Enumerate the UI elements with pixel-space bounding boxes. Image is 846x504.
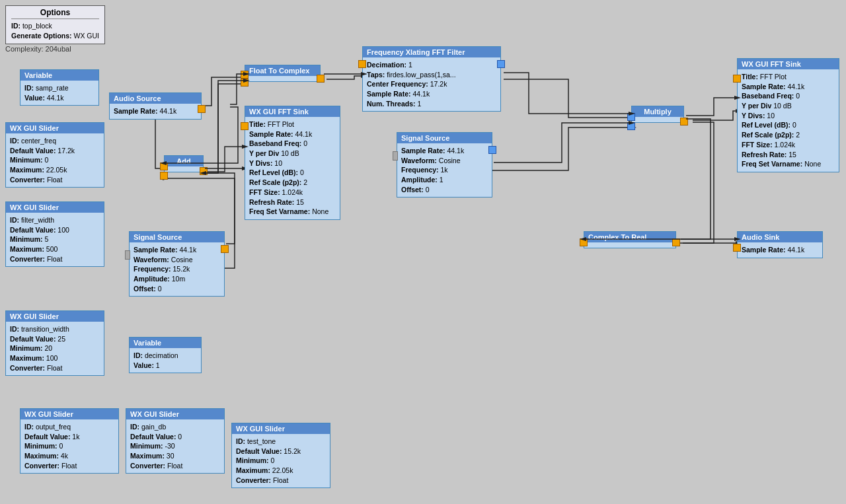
- freq-xlating-title: Frequency Xlating FFT Filter: [363, 47, 500, 57]
- audio-source-title: Audio Source: [110, 93, 201, 104]
- freq-xlating-fft-block: Frequency Xlating FFT Filter Decimation:…: [362, 46, 501, 112]
- wx-fft-sink-3-title: WX GUI FFT Sink: [738, 59, 839, 69]
- ss1-gray-port: [393, 151, 398, 161]
- signal-source-2-title: Signal Source: [130, 232, 224, 242]
- slider-test-tone-title: WX GUI Slider: [232, 423, 330, 434]
- options-title: Options: [11, 8, 99, 19]
- add-block: Add: [164, 155, 204, 172]
- options-id-row: ID: top_block: [11, 21, 99, 31]
- signal-source-2-block: Signal Source Sample Rate: 44.1k Wavefor…: [129, 231, 225, 297]
- multiply-title: Multiply: [632, 106, 683, 117]
- slider-filter-width-title: WX GUI Slider: [6, 202, 104, 213]
- wx-fft3-in-port: [733, 75, 741, 83]
- complexity-label: Complexity: 204ubal: [5, 45, 71, 53]
- multiply-in1-port: [627, 122, 635, 130]
- add-out-port: [200, 167, 208, 175]
- variable-decimation-block: Variable ID: decimation Value: 1: [129, 337, 202, 373]
- complex-to-real-block: Complex To Real: [584, 231, 676, 248]
- wx-fft-sink-2-title: WX GUI FFT Sink: [245, 106, 340, 117]
- options-gen-row: Generate Options: WX GUI: [11, 31, 99, 41]
- audio-sink-title: Audio Sink: [738, 232, 822, 242]
- wx-fft-sink-2-block: WX GUI FFT Sink Title: FFT Plot Sample R…: [245, 106, 340, 220]
- multiply-in0-port: [627, 113, 635, 121]
- slider-test-tone-block: WX GUI Slider ID: test_tone Default Valu…: [231, 423, 330, 488]
- ftc-in0-port: [241, 71, 249, 79]
- slider-gain-db-block: WX GUI Slider ID: gain_db Default Value:…: [126, 408, 225, 474]
- audio-sink-in-port: [733, 244, 741, 252]
- variable-samp-rate-title: Variable: [20, 70, 98, 81]
- fxf-in-port: [358, 60, 366, 68]
- audio-sink-block: Audio Sink Sample Rate: 44.1k: [737, 231, 823, 258]
- audio-source-block: Audio Source Sample Rate: 44.1k: [109, 92, 202, 120]
- variable-decimation-title: Variable: [130, 338, 201, 348]
- float-to-complex-title: Float To Complex: [245, 65, 320, 76]
- signal-source-1-title: Signal Source: [397, 133, 492, 143]
- ss1-out-port: [488, 146, 496, 154]
- slider-center-freq-title: WX GUI Slider: [6, 123, 104, 133]
- multiply-block: Multiply: [631, 106, 684, 123]
- add-in0-port: [160, 162, 168, 170]
- wx-fft-sink-3-block: WX GUI FFT Sink Title: FFT Plot Sample R…: [737, 58, 839, 172]
- slider-output-freq-title: WX GUI Slider: [20, 409, 118, 419]
- ss2-out-port: [221, 245, 229, 253]
- ftc-in1-port: [241, 79, 249, 87]
- slider-transition-width-block: WX GUI Slider ID: transition_width Defau…: [5, 310, 104, 376]
- slider-transition-width-title: WX GUI Slider: [6, 311, 104, 322]
- ss2-gray-port: [125, 250, 130, 260]
- add-in1-port: [160, 172, 168, 180]
- float-to-complex-block: Float To Complex: [245, 65, 321, 82]
- slider-gain-db-title: WX GUI Slider: [126, 409, 224, 419]
- ctr-out-port: [672, 238, 680, 246]
- slider-filter-width-block: WX GUI Slider ID: filter_width Default V…: [5, 201, 104, 267]
- wx-fft2-in-port: [241, 122, 249, 130]
- slider-output-freq-block: WX GUI Slider ID: output_freq Default Va…: [20, 408, 119, 474]
- add-title: Add: [165, 156, 203, 166]
- variable-samp-rate-block: Variable ID: samp_rate Value: 44.1k: [20, 69, 99, 106]
- audio-source-out-port: [198, 105, 206, 113]
- options-block: Options ID: top_block Generate Options: …: [5, 5, 105, 44]
- ftc-out-port: [317, 75, 325, 83]
- multiply-out-port: [680, 118, 688, 126]
- slider-center-freq-block: WX GUI Slider ID: center_freq Default Va…: [5, 122, 104, 188]
- ctr-in-port: [580, 238, 588, 246]
- fxf-out-port: [497, 60, 505, 68]
- complex-to-real-title: Complex To Real: [584, 232, 675, 242]
- signal-source-1-block: Signal Source Sample Rate: 44.1k Wavefor…: [397, 132, 492, 198]
